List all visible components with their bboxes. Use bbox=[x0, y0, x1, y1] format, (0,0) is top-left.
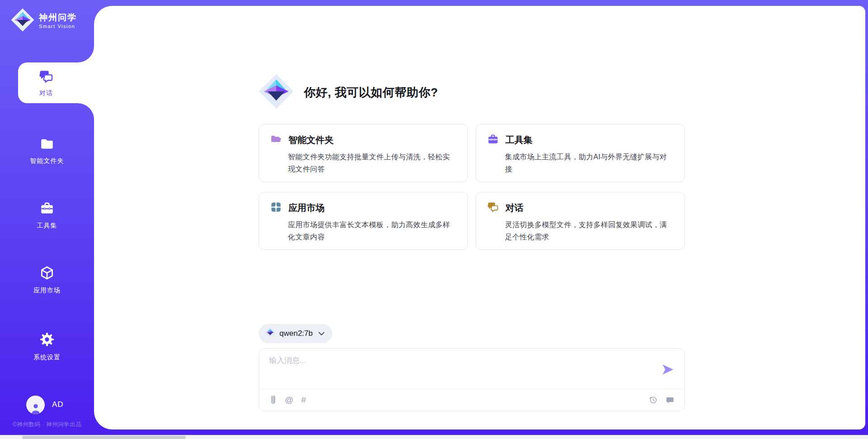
comment-icon[interactable] bbox=[665, 396, 675, 405]
paperclip-icon[interactable] bbox=[269, 395, 277, 405]
card-app-market[interactable]: 应用市场 应用市场提供丰富长文本模板，助力高效生成多样化文章内容 bbox=[259, 192, 468, 250]
greeting-block: 你好, 我可以如何帮助你? bbox=[259, 74, 438, 111]
toolbar-left-group: @ # bbox=[269, 395, 306, 405]
sidebar-item-toolset[interactable]: 工具集 bbox=[0, 200, 94, 230]
sidebar-item-chat[interactable]: 对话 bbox=[18, 62, 96, 103]
chat-icon bbox=[487, 201, 499, 215]
brand-diamond-logo-icon bbox=[11, 8, 34, 33]
brand-block: 神州问学 Smart Vision bbox=[11, 8, 77, 33]
gear-icon bbox=[39, 331, 55, 349]
chevron-down-icon bbox=[318, 332, 325, 336]
mention-at-icon[interactable]: @ bbox=[285, 396, 293, 404]
user-name: AD bbox=[52, 400, 64, 409]
card-chat[interactable]: 对话 灵活切换多模型文件，支持多样回复效果调试，满足个性化需求 bbox=[476, 192, 685, 250]
hashtag-icon[interactable]: # bbox=[301, 396, 306, 404]
brand-name: 神州问学 bbox=[39, 13, 77, 23]
message-composer: @ # bbox=[259, 348, 685, 411]
briefcase-icon bbox=[487, 133, 499, 147]
sidebar-item-label: 对话 bbox=[39, 89, 53, 97]
send-icon[interactable] bbox=[661, 363, 675, 376]
sidebar-item-label: 智能文件夹 bbox=[30, 157, 64, 165]
sidebar-item-app-market[interactable]: 应用市场 bbox=[0, 265, 94, 295]
card-title: 对话 bbox=[505, 202, 524, 214]
app-root: 你好, 我可以如何帮助你? 智能文件夹 智能文件夹功能支持批量文件上 bbox=[0, 0, 868, 439]
greeting-title: 你好, 我可以如何帮助你? bbox=[304, 85, 438, 100]
brand-diamond-logo-icon bbox=[259, 74, 294, 111]
avatar bbox=[26, 396, 45, 414]
main-panel: 你好, 我可以如何帮助你? 智能文件夹 智能文件夹功能支持批量文件上 bbox=[94, 6, 865, 429]
card-title: 智能文件夹 bbox=[288, 134, 334, 146]
main-content: 你好, 我可以如何帮助你? 智能文件夹 智能文件夹功能支持批量文件上 bbox=[259, 6, 685, 429]
sidebar-item-label: 系统设置 bbox=[33, 353, 61, 362]
brand-subtitle: Smart Vision bbox=[39, 24, 77, 29]
card-title: 应用市场 bbox=[288, 202, 325, 214]
model-selector[interactable]: qwen2:7b bbox=[259, 324, 332, 343]
sidebar-footer: ©神州数码 · 神州问学出品 bbox=[0, 421, 94, 429]
user-profile[interactable]: AD bbox=[26, 395, 64, 415]
folder-open-icon bbox=[270, 133, 282, 147]
folder-icon bbox=[39, 136, 55, 153]
briefcase-icon bbox=[39, 200, 55, 218]
card-title: 工具集 bbox=[505, 134, 533, 146]
card-description: 灵活切换多模型文件，支持多样回复效果调试，满足个性化需求 bbox=[505, 219, 674, 243]
cube-icon bbox=[39, 265, 55, 282]
card-description: 智能文件夹功能支持批量文件上传与清洗，轻松实现文件问答 bbox=[288, 151, 457, 175]
scrollbar-thumb[interactable] bbox=[23, 436, 185, 439]
feature-cards: 智能文件夹 智能文件夹功能支持批量文件上传与清洗，轻松实现文件问答 bbox=[259, 124, 685, 250]
sidebar-item-smart-folder[interactable]: 智能文件夹 bbox=[0, 136, 94, 165]
card-toolset[interactable]: 工具集 集成市场上主流工具，助力AI与外界无缝扩展与对接 bbox=[476, 124, 685, 182]
message-input[interactable] bbox=[269, 355, 644, 383]
toolbar-right-group bbox=[648, 395, 675, 405]
model-name: qwen2:7b bbox=[279, 329, 313, 338]
horizontal-scrollbar[interactable] bbox=[0, 435, 868, 439]
chat-icon bbox=[38, 69, 54, 86]
market-grid-icon bbox=[270, 201, 282, 215]
card-description: 集成市场上主流工具，助力AI与外界无缝扩展与对接 bbox=[505, 151, 674, 175]
history-icon[interactable] bbox=[648, 395, 658, 405]
card-description: 应用市场提供丰富长文本模板，助力高效生成多样化文章内容 bbox=[288, 219, 457, 243]
card-smart-folder[interactable]: 智能文件夹 智能文件夹功能支持批量文件上传与清洗，轻松实现文件问答 bbox=[259, 124, 468, 182]
model-diamond-logo-icon bbox=[265, 327, 275, 340]
sidebar-item-settings[interactable]: 系统设置 bbox=[0, 331, 94, 362]
sidebar-item-label: 应用市场 bbox=[33, 286, 61, 295]
sidebar-item-label: 工具集 bbox=[37, 222, 57, 230]
composer-toolbar: @ # bbox=[269, 389, 675, 411]
